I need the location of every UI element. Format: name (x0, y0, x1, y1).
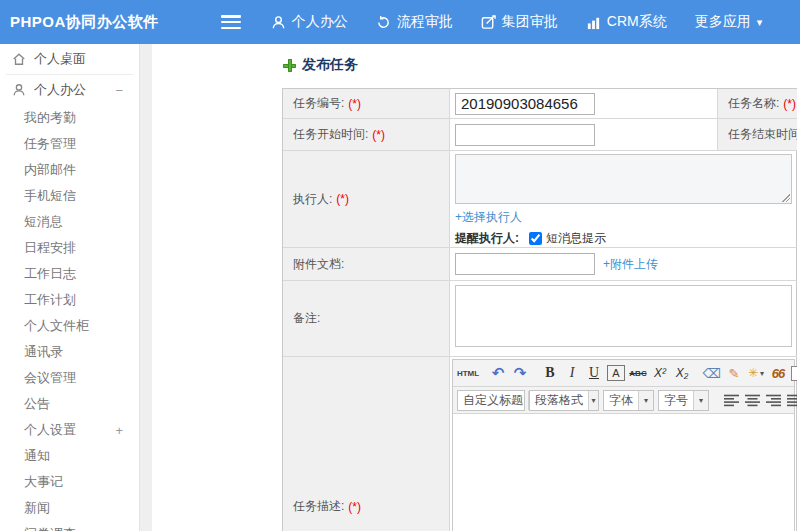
caret-down-icon: ▾ (638, 391, 653, 410)
sidebar-item-schedule[interactable]: 日程安排 (0, 235, 139, 261)
user-icon (12, 83, 26, 97)
required-mark: (*) (372, 128, 385, 142)
required-mark: (*) (348, 500, 361, 514)
task-number-label: 任务编号: (*) (283, 89, 450, 119)
sidebar-item-label: 个人桌面 (34, 50, 86, 68)
task-number-cell (450, 89, 718, 119)
align-justify-icon[interactable] (787, 394, 797, 407)
start-time-label: 任务开始时间: (*) (283, 119, 450, 151)
paste-button[interactable]: T (791, 366, 797, 381)
sidebar-item-task-management[interactable]: 任务管理 (0, 131, 139, 157)
align-left-icon[interactable] (724, 394, 739, 407)
sidebar-item-personal-office[interactable]: 个人办公 − (0, 75, 139, 105)
superscript-button[interactable]: X² (651, 363, 669, 383)
start-time-cell (450, 119, 718, 151)
sidebar-item-work-plan[interactable]: 工作计划 (0, 287, 139, 313)
italic-button[interactable]: I (563, 363, 581, 383)
publish-task-form: 任务编号: (*) 任务名称: (*) 任务开始时间: (*) 任务结束时间: … (282, 88, 797, 531)
sidebar-item-personal-settings[interactable]: 个人设置 + (0, 417, 139, 443)
sidebar-item-news[interactable]: 新闻 (0, 495, 139, 521)
nav-label: CRM系统 (607, 13, 667, 31)
page-title: 发布任务 (302, 56, 358, 74)
sidebar-item-sms[interactable]: 手机短信 (0, 183, 139, 209)
blockquote-button[interactable]: 66 (769, 363, 787, 383)
task-number-input[interactable] (455, 93, 595, 115)
collapse-icon[interactable]: − (115, 83, 123, 98)
align-right-icon[interactable] (766, 394, 781, 407)
end-time-label: 任务结束时间: (*) (718, 119, 797, 151)
font-size-select[interactable]: 字号 ▾ (658, 390, 709, 411)
format-brush-button[interactable]: ✎ (725, 363, 743, 383)
main-nav: 个人办公 流程审批 集团审批 CRM系统 更多应用 ▾ (271, 13, 790, 31)
subscript-button[interactable]: X₂ (673, 363, 691, 383)
undo-button[interactable]: ↶ (489, 363, 507, 383)
sidebar-item-desktop[interactable]: 个人桌面 (0, 44, 139, 74)
editor-toolbar-row2: 自定义标题 ▾ 段落格式 ▾ 字体 ▾ 字号 ▾ (453, 387, 794, 414)
nav-flow-approval[interactable]: 流程审批 (376, 13, 453, 31)
nav-label: 个人办公 (292, 13, 348, 31)
sidebar-item-contacts[interactable]: 通讯录 (0, 339, 139, 365)
sidebar-item-meeting[interactable]: 会议管理 (0, 365, 139, 391)
nav-label: 集团审批 (502, 13, 558, 31)
attachment-label: 附件文档: (283, 248, 450, 281)
description-editor-cell: HTML ↶ ↷ B I U A ABC X² X₂ ⌫ ✎ ✳▾ 66 (450, 357, 797, 531)
task-name-label: 任务名称: (*) (718, 89, 797, 119)
hamburger-menu-icon[interactable] (221, 15, 241, 29)
caret-down-icon: ▾ (757, 16, 763, 29)
attachment-input[interactable] (455, 253, 595, 275)
sidebar-item-events[interactable]: 大事记 (0, 469, 139, 495)
sidebar-item-announcement[interactable]: 公告 (0, 391, 139, 417)
add-task-icon (283, 59, 296, 72)
select-executor-link[interactable]: +选择执行人 (455, 210, 522, 224)
nav-more-apps[interactable]: 更多应用 ▾ (695, 13, 763, 31)
expand-icon[interactable]: + (115, 423, 123, 438)
remind-executor-label: 提醒执行人: (455, 230, 519, 247)
description-label: 任务描述: (*) (283, 357, 450, 531)
sidebar-item-notice[interactable]: 通知 (0, 443, 139, 469)
sidebar-item-survey[interactable]: 问卷调查 (0, 521, 139, 531)
resize-handle-icon[interactable] (781, 193, 790, 202)
editor-content-area[interactable] (453, 414, 794, 531)
required-mark: (*) (348, 97, 361, 111)
nav-group-approval[interactable]: 集团审批 (481, 13, 558, 31)
executor-textarea[interactable] (455, 154, 792, 204)
bold-button[interactable]: B (541, 363, 559, 383)
heading-select[interactable]: 自定义标题 ▾ (457, 390, 525, 411)
underline-button[interactable]: U (585, 363, 603, 383)
eraser-button[interactable]: ⌫ (703, 363, 721, 383)
home-icon (12, 52, 26, 66)
upload-attachment-link[interactable]: +附件上传 (603, 256, 658, 273)
nav-crm[interactable]: CRM系统 (586, 13, 667, 31)
sidebar-item-attendance[interactable]: 我的考勤 (0, 105, 139, 131)
page-title-row: 发布任务 (283, 56, 358, 74)
chart-icon (586, 15, 601, 30)
nav-label: 更多应用 (695, 13, 751, 31)
sidebar-item-file-cabinet[interactable]: 个人文件柜 (0, 313, 139, 339)
align-center-icon[interactable] (745, 394, 760, 407)
nav-personal-office[interactable]: 个人办公 (271, 13, 348, 31)
top-header: PHPOA协同办公软件 个人办公 流程审批 集团审批 CRM系统 更多应用 ▾ (0, 0, 800, 44)
note-label: 备注: (283, 281, 450, 357)
sms-remind-checkbox[interactable] (529, 232, 542, 245)
sidebar-item-label: 个人办公 (34, 81, 86, 99)
source-button[interactable]: HTML (459, 363, 477, 383)
strikethrough-button[interactable]: ABC (629, 363, 647, 383)
font-family-select[interactable]: 字体 ▾ (603, 390, 654, 411)
sidebar-item-work-log[interactable]: 工作日志 (0, 261, 139, 287)
quick-format-button[interactable]: ✳▾ (747, 363, 765, 383)
note-textarea[interactable] (455, 285, 792, 347)
rich-text-editor: HTML ↶ ↷ B I U A ABC X² X₂ ⌫ ✎ ✳▾ 66 (452, 359, 795, 531)
executor-label: 执行人: (*) (283, 151, 450, 248)
nav-label: 流程审批 (397, 13, 453, 31)
flow-approval-icon (376, 15, 391, 30)
redo-button[interactable]: ↷ (511, 363, 529, 383)
sidebar-item-short-message[interactable]: 短消息 (0, 209, 139, 235)
group-approval-icon (481, 15, 496, 30)
paragraph-select[interactable]: 段落格式 ▾ (529, 390, 599, 411)
sms-remind-label: 短消息提示 (546, 230, 606, 247)
caret-down-icon: ▾ (588, 391, 598, 410)
editor-toolbar-row1: HTML ↶ ↷ B I U A ABC X² X₂ ⌫ ✎ ✳▾ 66 (453, 360, 794, 387)
font-button[interactable]: A (607, 365, 625, 381)
start-time-input[interactable] (455, 124, 595, 146)
sidebar-item-internal-mail[interactable]: 内部邮件 (0, 157, 139, 183)
